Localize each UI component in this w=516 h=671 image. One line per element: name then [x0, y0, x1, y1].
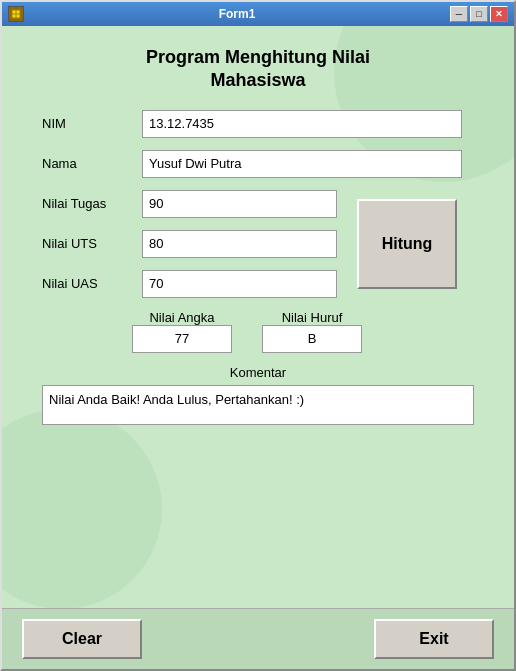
- nilai-tugas-label: Nilai Tugas: [42, 196, 132, 211]
- window-title: Form1: [24, 7, 450, 21]
- clear-button[interactable]: Clear: [22, 619, 142, 659]
- nama-input[interactable]: [142, 150, 462, 178]
- komentar-section: Komentar Nilai Anda Baik! Anda Lulus, Pe…: [42, 365, 474, 425]
- window-controls: ─ □ ✕: [450, 6, 508, 22]
- nama-row: Nama: [42, 150, 474, 178]
- form-title: Program Menghitung NilaiMahasiswa: [42, 46, 474, 93]
- komentar-textarea[interactable]: Nilai Anda Baik! Anda Lulus, Pertahankan…: [42, 385, 474, 425]
- nim-label: NIM: [42, 116, 132, 131]
- nama-label: Nama: [42, 156, 132, 171]
- minimize-button[interactable]: ─: [450, 6, 468, 22]
- nilai-uts-input[interactable]: [142, 230, 337, 258]
- nilai-angka-output[interactable]: [132, 325, 232, 353]
- nilai-hitung-section: Nilai Tugas Nilai UTS Nilai UAS Hitung: [42, 190, 474, 298]
- form-content: Program Menghitung NilaiMahasiswa NIM Na…: [2, 26, 514, 603]
- nilai-uts-label: Nilai UTS: [42, 236, 132, 251]
- nilai-huruf-group: Nilai Huruf: [262, 310, 362, 353]
- nim-row: NIM: [42, 110, 474, 138]
- hitung-button[interactable]: Hitung: [357, 199, 457, 289]
- nilai-inputs-col: Nilai Tugas Nilai UTS Nilai UAS: [42, 190, 337, 298]
- komentar-label: Komentar: [42, 365, 474, 380]
- nilai-huruf-label: Nilai Huruf: [282, 310, 343, 325]
- nilai-uts-row: Nilai UTS: [42, 230, 337, 258]
- close-button[interactable]: ✕: [490, 6, 508, 22]
- nilai-tugas-input[interactable]: [142, 190, 337, 218]
- nilai-angka-label: Nilai Angka: [149, 310, 214, 325]
- maximize-button[interactable]: □: [470, 6, 488, 22]
- nilai-huruf-output[interactable]: [262, 325, 362, 353]
- nilai-uas-input[interactable]: [142, 270, 337, 298]
- nilai-result-section: Nilai Angka Nilai Huruf: [42, 310, 474, 353]
- nilai-uas-row: Nilai UAS: [42, 270, 337, 298]
- titlebar: Form1 ─ □ ✕: [2, 2, 514, 26]
- nilai-angka-group: Nilai Angka: [132, 310, 232, 353]
- nim-input[interactable]: [142, 110, 462, 138]
- window-icon: [8, 6, 24, 22]
- nilai-tugas-row: Nilai Tugas: [42, 190, 337, 218]
- button-row: Clear Exit: [2, 608, 514, 669]
- main-window: Form1 ─ □ ✕ Program Menghitung NilaiMaha…: [0, 0, 516, 671]
- nilai-uas-label: Nilai UAS: [42, 276, 132, 291]
- exit-button[interactable]: Exit: [374, 619, 494, 659]
